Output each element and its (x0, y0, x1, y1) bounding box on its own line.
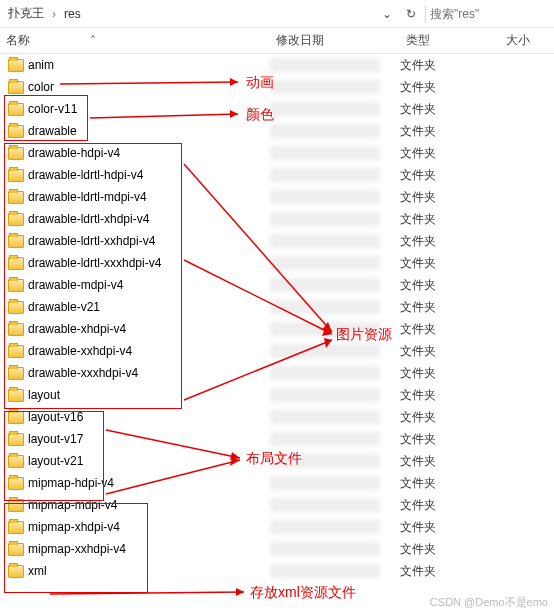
date-blurred (270, 520, 380, 534)
date-blurred (270, 366, 380, 380)
folder-type: 文件夹 (400, 277, 500, 294)
table-row[interactable]: color-v11文件夹 (0, 98, 554, 120)
date-blurred (270, 102, 380, 116)
header-type[interactable]: 类型 (400, 32, 500, 49)
folder-icon (8, 191, 24, 204)
table-row[interactable]: mipmap-mdpi-v4文件夹 (0, 494, 554, 516)
breadcrumb-parent[interactable]: 扑克王 (4, 5, 48, 22)
folder-name: color-v11 (28, 102, 77, 116)
folder-name: layout-v21 (28, 454, 83, 468)
folder-type: 文件夹 (400, 475, 500, 492)
folder-icon (8, 103, 24, 116)
table-row[interactable]: anim文件夹 (0, 54, 554, 76)
folder-name: drawable-ldrtl-xhdpi-v4 (28, 212, 149, 226)
table-row[interactable]: drawable-ldrtl-hdpi-v4文件夹 (0, 164, 554, 186)
date-blurred (270, 212, 380, 226)
header-name[interactable]: 名称 ˄ (0, 32, 270, 49)
svg-line-14 (50, 592, 244, 594)
table-row[interactable]: drawable-xhdpi-v4文件夹 (0, 318, 554, 340)
folder-type: 文件夹 (400, 563, 500, 580)
date-blurred (270, 476, 380, 490)
date-blurred (270, 564, 380, 578)
date-blurred (270, 300, 380, 314)
folder-type: 文件夹 (400, 57, 500, 74)
sort-icon: ˄ (90, 34, 96, 48)
date-blurred (270, 410, 380, 424)
folder-type: 文件夹 (400, 123, 500, 140)
date-blurred (270, 278, 380, 292)
header-size[interactable]: 大小 (500, 32, 554, 49)
folder-type: 文件夹 (400, 541, 500, 558)
folder-name: drawable-ldrtl-hdpi-v4 (28, 168, 143, 182)
folder-icon (8, 367, 24, 380)
folder-icon (8, 301, 24, 314)
table-row[interactable]: mipmap-xhdpi-v4文件夹 (0, 516, 554, 538)
breadcrumb-current[interactable]: res (60, 7, 85, 21)
folder-name: layout (28, 388, 60, 402)
folder-icon (8, 59, 24, 72)
folder-icon (8, 477, 24, 490)
date-blurred (270, 322, 380, 336)
folder-name: drawable-mdpi-v4 (28, 278, 123, 292)
date-blurred (270, 344, 380, 358)
table-row[interactable]: layout文件夹 (0, 384, 554, 406)
dropdown-icon[interactable]: ⌄ (377, 4, 397, 24)
table-row[interactable]: mipmap-xxhdpi-v4文件夹 (0, 538, 554, 560)
folder-type: 文件夹 (400, 497, 500, 514)
table-row[interactable]: drawable-ldrtl-xhdpi-v4文件夹 (0, 208, 554, 230)
folder-type: 文件夹 (400, 233, 500, 250)
table-row[interactable]: drawable-ldrtl-xxxhdpi-v4文件夹 (0, 252, 554, 274)
folder-name: layout-v16 (28, 410, 83, 424)
folder-icon (8, 345, 24, 358)
table-row[interactable]: drawable-xxhdpi-v4文件夹 (0, 340, 554, 362)
table-row[interactable]: drawable文件夹 (0, 120, 554, 142)
folder-icon (8, 279, 24, 292)
folder-icon (8, 169, 24, 182)
table-row[interactable]: drawable-hdpi-v4文件夹 (0, 142, 554, 164)
folder-name: mipmap-xhdpi-v4 (28, 520, 120, 534)
folder-icon (8, 81, 24, 94)
folder-icon (8, 455, 24, 468)
folder-icon (8, 521, 24, 534)
refresh-icon[interactable]: ↻ (401, 4, 421, 24)
table-row[interactable]: color文件夹 (0, 76, 554, 98)
date-blurred (270, 432, 380, 446)
folder-name: xml (28, 564, 47, 578)
table-row[interactable]: layout-v17文件夹 (0, 428, 554, 450)
table-row[interactable]: drawable-mdpi-v4文件夹 (0, 274, 554, 296)
date-blurred (270, 498, 380, 512)
header-date[interactable]: 修改日期 (270, 32, 400, 49)
folder-type: 文件夹 (400, 101, 500, 118)
table-row[interactable]: mipmap-hdpi-v4文件夹 (0, 472, 554, 494)
table-row[interactable]: drawable-ldrtl-xxhdpi-v4文件夹 (0, 230, 554, 252)
table-row[interactable]: layout-v16文件夹 (0, 406, 554, 428)
folder-icon (8, 433, 24, 446)
folder-icon (8, 389, 24, 402)
svg-marker-15 (236, 588, 244, 596)
folder-name: mipmap-mdpi-v4 (28, 498, 117, 512)
chevron-right-icon: › (52, 7, 56, 21)
date-blurred (270, 124, 380, 138)
table-row[interactable]: drawable-xxxhdpi-v4文件夹 (0, 362, 554, 384)
table-row[interactable]: xml文件夹 (0, 560, 554, 582)
date-blurred (270, 234, 380, 248)
watermark: CSDN @Demo不是emo (430, 595, 548, 610)
folder-name: drawable-v21 (28, 300, 100, 314)
folder-icon (8, 565, 24, 578)
table-row[interactable]: drawable-ldrtl-mdpi-v4文件夹 (0, 186, 554, 208)
file-list: anim文件夹color文件夹color-v11文件夹drawable文件夹dr… (0, 54, 554, 582)
folder-name: color (28, 80, 54, 94)
folder-icon (8, 235, 24, 248)
folder-icon (8, 411, 24, 424)
folder-type: 文件夹 (400, 409, 500, 426)
folder-name: drawable-xxhdpi-v4 (28, 344, 132, 358)
folder-name: layout-v17 (28, 432, 83, 446)
folder-name: drawable-ldrtl-xxhdpi-v4 (28, 234, 155, 248)
folder-type: 文件夹 (400, 189, 500, 206)
table-row[interactable]: layout-v21文件夹 (0, 450, 554, 472)
search-input[interactable] (430, 7, 550, 21)
date-blurred (270, 146, 380, 160)
folder-type: 文件夹 (400, 519, 500, 536)
date-blurred (270, 168, 380, 182)
table-row[interactable]: drawable-v21文件夹 (0, 296, 554, 318)
